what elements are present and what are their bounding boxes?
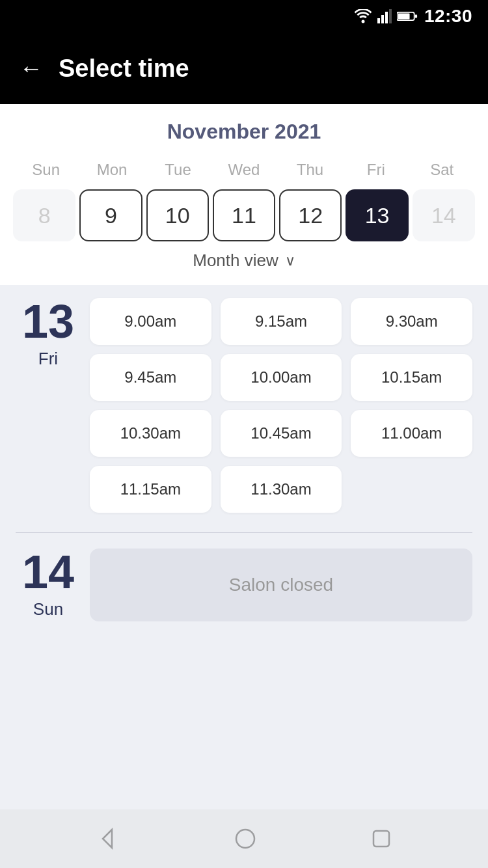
svg-rect-0 (377, 18, 380, 23)
slot-1030am[interactable]: 10.30am (90, 410, 211, 457)
page-title: Select time (59, 55, 189, 83)
weekday-wed: Wed (211, 157, 277, 183)
slot-900am[interactable]: 9.00am (90, 298, 211, 345)
slot-1045am[interactable]: 10.45am (221, 410, 342, 457)
signal-icon (377, 9, 392, 23)
day-9[interactable]: 9 (79, 189, 142, 241)
svg-rect-5 (398, 14, 410, 20)
weekday-fri: Fri (343, 157, 409, 183)
status-time: 12:30 (424, 6, 472, 27)
day-14-info: 14 Sun (16, 549, 81, 619)
slot-1015am[interactable]: 10.15am (351, 354, 472, 401)
slot-915am[interactable]: 9.15am (221, 298, 342, 345)
slot-945am[interactable]: 9.45am (90, 354, 211, 401)
day-14-content: 14 Sun Salon closed (16, 549, 472, 621)
slot-1000am[interactable]: 10.00am (221, 354, 342, 401)
calendar-month: November 2021 (13, 120, 475, 144)
nav-recent-button[interactable] (371, 828, 392, 849)
weekday-sun: Sun (13, 157, 79, 183)
slot-1100am[interactable]: 11.00am (351, 410, 472, 457)
calendar-section: November 2021 Sun Mon Tue Wed Thu Fri Sa… (0, 104, 488, 285)
slot-930am[interactable]: 9.30am (351, 298, 472, 345)
salon-closed-label: Salon closed (229, 575, 333, 595)
timeslots-section: 13 Fri 9.00am 9.15am 9.30am 9.45am 10.00… (0, 285, 488, 809)
bottom-nav (0, 809, 488, 868)
header: ← Select time (0, 33, 488, 104)
weekday-tue: Tue (145, 157, 211, 183)
battery-icon (397, 10, 418, 22)
svg-rect-2 (385, 12, 388, 23)
day-13-block: 13 Fri 9.00am 9.15am 9.30am 9.45am 10.00… (16, 298, 472, 513)
day-12[interactable]: 12 (279, 189, 342, 241)
day-13-slots: 9.00am 9.15am 9.30am 9.45am 10.00am 10.1… (90, 298, 472, 513)
svg-point-8 (236, 830, 254, 848)
weekday-sat: Sat (409, 157, 475, 183)
day-13[interactable]: 13 (346, 189, 408, 241)
nav-back-button[interactable] (96, 827, 120, 850)
day-11[interactable]: 11 (213, 189, 275, 241)
svg-marker-7 (103, 830, 112, 848)
svg-rect-6 (414, 14, 417, 18)
weekday-mon: Mon (79, 157, 144, 183)
wifi-icon (354, 9, 372, 23)
back-button[interactable]: ← (20, 57, 43, 80)
day-divider (16, 532, 472, 533)
day-14-name: Sun (16, 599, 81, 619)
month-view-toggle[interactable]: Month view ∨ (13, 241, 475, 273)
month-view-label: Month view (193, 251, 278, 271)
day-14-block: 14 Sun Salon closed (16, 549, 472, 621)
day-8[interactable]: 8 (13, 189, 75, 241)
svg-rect-3 (389, 9, 392, 23)
calendar-days: 8 9 10 11 12 13 14 (13, 189, 475, 241)
day-13-name: Fri (16, 349, 81, 369)
day-13-number: 13 (16, 298, 81, 345)
nav-home-button[interactable] (234, 827, 257, 850)
day-10[interactable]: 10 (146, 189, 209, 241)
slot-1115am[interactable]: 11.15am (90, 466, 211, 513)
weekday-thu: Thu (277, 157, 343, 183)
day-14-number: 14 (16, 549, 81, 595)
day-13-content: 13 Fri 9.00am 9.15am 9.30am 9.45am 10.00… (16, 298, 472, 513)
status-icons (354, 9, 418, 23)
slot-1130am[interactable]: 11.30am (221, 466, 342, 513)
svg-rect-1 (381, 15, 384, 23)
calendar-weekdays: Sun Mon Tue Wed Thu Fri Sat (13, 157, 475, 183)
salon-closed-box: Salon closed (90, 549, 472, 621)
day-13-info: 13 Fri (16, 298, 81, 369)
status-bar: 12:30 (0, 0, 488, 33)
day-14[interactable]: 14 (413, 189, 475, 241)
chevron-down-icon: ∨ (285, 252, 295, 269)
svg-rect-9 (373, 831, 389, 847)
